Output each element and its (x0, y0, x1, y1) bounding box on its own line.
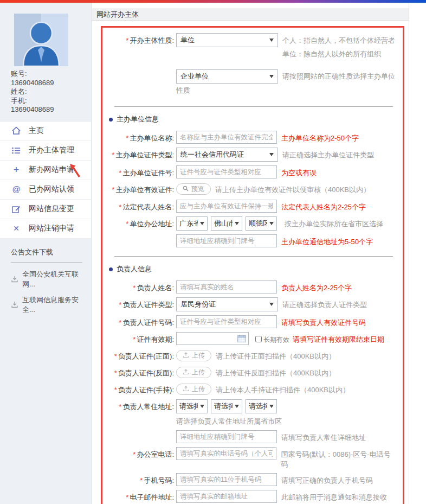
sidebar-menu: 主页 开办主体管理 + 新办网站申请 @ 已办网站认领 网站信息变更 (0, 121, 91, 239)
select-value: 请选择 (179, 401, 198, 411)
chevron-down-icon (269, 153, 274, 156)
hint-text: 请上传主办单位有效证件以便审核（400KB以内） (215, 182, 370, 195)
cert-back-label: 负责人证件(反面): (102, 366, 174, 378)
owner-cert-no-label: 负责人证件号码: (102, 315, 174, 328)
upload-icon (183, 386, 189, 393)
org-cert-no-input[interactable] (176, 165, 277, 178)
owner-cert-no-error: 请填写负责人有效证件号码 (281, 315, 366, 328)
chevron-down-icon (200, 222, 204, 225)
sidebar-item-subject-mgmt[interactable]: 开办主体管理 (0, 141, 91, 161)
download-link-security[interactable]: 互联网信息服务安全... (11, 295, 91, 315)
close-icon: × (11, 224, 22, 233)
downloads-title: 公告文件下载 (11, 247, 82, 263)
org-city-select[interactable]: 佛山市 (211, 216, 242, 231)
long-term-checkbox[interactable] (255, 336, 262, 342)
cert-validity-label: 证件有效期: (102, 332, 174, 344)
sidebar-item-label: 网站信息变更 (29, 204, 74, 214)
download-link-label: 互联网信息服务安全... (22, 295, 91, 315)
hint-text: 国家号码(默认：0086)-区号-电话号码 (281, 447, 397, 469)
main-content: 网站开办主体 开办主体性质: 单位 个人：指自然人，不包括个体经营者 单位：除自… (92, 3, 409, 504)
hint-text: 请填写负责人常住详细地址 (281, 430, 366, 443)
upload-button-label: 上传 (192, 368, 205, 377)
nature-select[interactable]: 单位 (176, 33, 278, 47)
upload-icon (183, 369, 189, 377)
preview-button[interactable]: 预览 (176, 183, 211, 195)
sidebar-item-site-info-change[interactable]: 网站信息变更 (0, 200, 91, 219)
owner-section-title: 负责人信息 (109, 264, 403, 274)
chevron-down-icon (235, 222, 239, 225)
sidebar-item-home[interactable]: 主页 (0, 122, 91, 141)
select-value: 请选择 (214, 401, 233, 411)
account-label: 账号: (11, 69, 91, 79)
download-icon (11, 276, 18, 283)
mobile-input[interactable] (176, 473, 277, 486)
org-name-error: 主办单位名称为2-50个字 (281, 131, 359, 143)
section-divider (114, 106, 393, 107)
download-link-police[interactable]: 全国公安机关互联网... (11, 270, 91, 289)
chevron-down-icon (269, 303, 274, 306)
office-phone-label: 办公室电话: (102, 447, 174, 460)
select-value: 企业单位 (180, 70, 209, 83)
owner-name-label: 负责人姓名: (102, 280, 174, 293)
owner-province-select[interactable]: 请选择 (176, 399, 208, 413)
hint-text: 单位：除自然人以外的所有组织 (282, 47, 395, 61)
cert-validity-error: 请填写证件有效期限结束日期 (293, 332, 384, 344)
upload-hand-button[interactable]: 上传 (176, 384, 211, 395)
org-name-input[interactable] (176, 131, 277, 144)
avatar (14, 14, 68, 66)
org-section-title: 主办单位信息 (109, 114, 403, 124)
select-value: 单位 (180, 35, 195, 45)
hint-text: 请填写正确的负责人手机号码 (281, 473, 373, 486)
hint-text: 按主办单位实际所在省市区选择 (285, 216, 383, 229)
sidebar-item-claim-site[interactable]: @ 已办网站认领 (0, 180, 91, 200)
sidebar-item-label: 开办主体管理 (29, 145, 74, 155)
org-address-label: 单位办公地址: (102, 216, 174, 229)
owner-city-select[interactable]: 请选择 (211, 399, 242, 413)
sidebar-item-site-cancel[interactable]: × 网站注销申请 (0, 219, 91, 239)
org-cert-type-select[interactable]: 统一社会信用代码证 (176, 148, 278, 162)
upload-icon (183, 352, 189, 360)
hint-text: 请上传本人手持证件扫描件（400KB以内） (216, 382, 350, 395)
nature-sub-select[interactable]: 企业单位 (176, 69, 278, 84)
upload-front-button[interactable]: 上传 (176, 350, 211, 361)
downloads-section: 公告文件下载 全国公安机关互联网... 互联网信息服务安全... (0, 239, 91, 315)
email-input[interactable] (176, 490, 277, 503)
owner-name-input[interactable] (176, 280, 277, 294)
owner-cert-type-select[interactable]: 居民身份证 (176, 297, 278, 311)
owner-address-detail-input[interactable] (176, 430, 277, 443)
cursor-arrow (68, 162, 82, 178)
select-value: 统一社会信用代码证 (180, 150, 244, 160)
owner-cert-no-input[interactable] (176, 315, 277, 328)
office-phone-input[interactable] (176, 447, 276, 460)
nature-label: 开办主体性质: (102, 33, 174, 46)
upload-button-label: 上传 (192, 351, 205, 360)
org-province-select[interactable]: 广东省 (176, 216, 208, 231)
owner-district-select[interactable]: 请选择 (246, 399, 277, 413)
org-district-select[interactable]: 顺德区 (246, 216, 277, 231)
legal-name-input[interactable] (176, 200, 277, 213)
calendar-icon[interactable] (237, 335, 246, 344)
website-registration-page: 账号: 13690408689 姓名: 手机: 13690408689 主页 开… (0, 0, 426, 504)
sidebar-item-label: 已办网站认领 (29, 184, 74, 194)
long-term-label: 长期有效 (263, 332, 289, 344)
account-value: 13690408689 (11, 79, 91, 88)
nature-hints: 个人：指自然人，不包括个体经营者 单位：除自然人以外的所有组织 (282, 33, 395, 61)
email-label: 电子邮件地址: (102, 490, 174, 502)
hint-text: 请上传证件反面扫描件（400KB以内） (216, 366, 335, 378)
org-cert-no-error: 为空或有误 (281, 165, 317, 178)
hint-text: 请选择负责人常住地址所属省市区 (176, 417, 282, 426)
chevron-down-icon (200, 405, 204, 408)
plus-icon: + (11, 165, 22, 175)
upload-back-button[interactable]: 上传 (176, 367, 211, 378)
page-title: 网站开办主体 (92, 8, 409, 21)
legal-name-error: 法定代表人姓名为2-25个字 (281, 200, 366, 212)
select-value: 请选择 (249, 401, 267, 411)
chevron-down-icon (269, 222, 274, 225)
owner-name-error: 负责人姓名为2-25个字 (281, 280, 352, 293)
chevron-down-icon (235, 405, 239, 408)
hint-text: 此邮箱将用于消息通知和消息接收 (281, 490, 387, 502)
org-address-detail-input[interactable] (176, 234, 277, 247)
profile-info: 账号: 13690408689 姓名: 手机: 13690408689 (11, 69, 91, 114)
select-value: 顺德区 (249, 219, 267, 228)
hint-text: 个人：指自然人，不包括个体经营者 (282, 34, 395, 47)
